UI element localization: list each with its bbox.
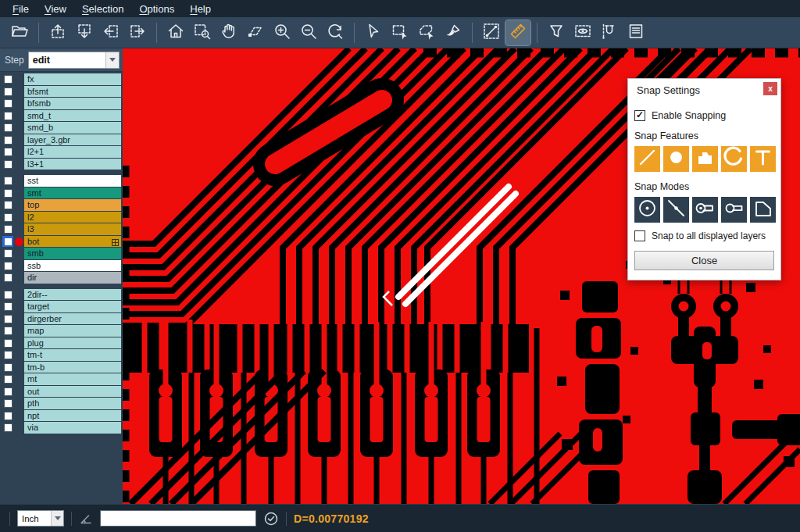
toolbar-button-shift-down[interactable] — [72, 20, 97, 45]
snap-mode-slot-end-left-button[interactable] — [721, 197, 747, 223]
snap-all-layers-checkbox[interactable] — [634, 230, 645, 241]
toolbar-button-measure-line[interactable] — [479, 20, 504, 45]
layer-visibility-checkbox[interactable] — [2, 200, 13, 211]
layer-visibility-checkbox[interactable] — [2, 273, 13, 284]
layer-name[interactable]: smb — [24, 248, 121, 259]
toolbar-button-zoom-in[interactable] — [270, 20, 295, 45]
layer-name[interactable]: smd_t — [24, 110, 121, 122]
menu-item-selection[interactable]: Selection — [74, 2, 131, 16]
toolbar-button-select-rectangle[interactable] — [388, 20, 412, 45]
layer-visibility-checkbox[interactable] — [2, 159, 13, 170]
menu-item-view[interactable]: View — [37, 2, 74, 16]
unit-dropdown[interactable]: Inch — [17, 510, 64, 527]
layer-row-bfsmb[interactable]: bfsmb — [0, 98, 123, 109]
layer-name[interactable]: smd_b — [24, 122, 121, 134]
toolbar-button-open-folder[interactable] — [7, 20, 32, 45]
close-button[interactable]: Close — [634, 251, 774, 270]
layer-visibility-checkbox[interactable] — [2, 350, 13, 361]
toolbar-button-select-brush[interactable] — [441, 20, 466, 45]
layer-row-smd_b[interactable]: smd_b — [0, 122, 123, 134]
layer-row-dir[interactable]: dir — [0, 272, 123, 284]
toolbar-button-zoom-reset[interactable] — [323, 20, 348, 45]
layer-row-tm-b[interactable]: tm-b — [0, 362, 123, 373]
layer-visibility-checkbox[interactable] — [2, 423, 13, 434]
layer-row-l3+1[interactable]: l3+1 — [0, 159, 123, 170]
layer-name[interactable]: out — [24, 386, 121, 398]
layer-name[interactable]: pth — [24, 398, 121, 409]
layer-row-bfsmt[interactable]: bfsmt — [0, 86, 123, 98]
layer-row-tm-t[interactable]: tm-t — [0, 349, 123, 361]
layer-name[interactable]: sst — [24, 175, 121, 187]
toolbar-button-zoom-out[interactable] — [296, 20, 321, 45]
layer-row-fx[interactable]: fx — [0, 73, 123, 85]
layer-row-2dir--[interactable]: 2dir-- — [0, 289, 123, 301]
grid-icon[interactable] — [112, 237, 119, 245]
layer-visibility-checkbox[interactable] — [2, 123, 13, 134]
layer-row-target[interactable]: target — [0, 301, 123, 312]
measure-input[interactable] — [100, 510, 256, 527]
apply-icon[interactable] — [263, 511, 279, 527]
layer-visibility-checkbox[interactable] — [2, 313, 13, 324]
toolbar-button-snap-magnet[interactable] — [597, 20, 622, 45]
layer-row-out[interactable]: out — [0, 386, 123, 398]
layer-name[interactable]: fx — [24, 73, 121, 85]
layer-name[interactable]: bfsmb — [24, 98, 121, 109]
layer-visibility-checkbox[interactable] — [2, 98, 13, 109]
toolbar-button-measure-ruler[interactable] — [505, 20, 530, 45]
snap-mode-point-on-line-button[interactable] — [663, 197, 689, 223]
layer-row-layer_3.gbr[interactable]: layer_3.gbr — [0, 134, 123, 146]
layer-visibility-checkbox[interactable] — [2, 302, 13, 312]
layer-name[interactable]: smt — [24, 187, 121, 199]
layer-name[interactable]: l3 — [24, 223, 121, 235]
layer-name[interactable]: l2+1 — [24, 146, 121, 158]
layer-name[interactable]: bot — [24, 236, 121, 248]
layer-visibility-checkbox[interactable] — [2, 147, 13, 158]
layer-visibility-checkbox[interactable] — [2, 236, 13, 247]
snap-mode-slot-end-right-button[interactable] — [692, 197, 718, 223]
layer-visibility-checkbox[interactable] — [2, 289, 13, 300]
layer-visibility-checkbox[interactable] — [2, 410, 13, 421]
layer-name[interactable]: top — [24, 199, 121, 211]
layer-row-l3[interactable]: l3 — [0, 223, 123, 235]
snap-feature-surface-button[interactable] — [692, 146, 718, 172]
layer-row-l2+1[interactable]: l2+1 — [0, 146, 123, 158]
layer-name[interactable]: 2dir-- — [24, 289, 121, 301]
toolbar-button-view-options[interactable] — [570, 20, 595, 45]
menu-item-options[interactable]: Options — [131, 2, 182, 16]
layer-visibility-checkbox[interactable] — [2, 362, 13, 373]
layer-name[interactable]: plug — [24, 337, 121, 349]
layer-name[interactable]: mt — [24, 373, 121, 385]
layer-row-mt[interactable]: mt — [0, 373, 123, 385]
layer-row-plug[interactable]: plug — [0, 337, 123, 349]
layer-name[interactable]: tm-b — [24, 362, 121, 373]
toolbar-button-select-cursor[interactable] — [361, 20, 386, 45]
layer-visibility-checkbox[interactable] — [2, 386, 13, 397]
layer-visibility-checkbox[interactable] — [2, 134, 13, 145]
layer-visibility-checkbox[interactable] — [2, 326, 13, 337]
layer-visibility-checkbox[interactable] — [2, 110, 13, 121]
snap-feature-pad-button[interactable] — [663, 146, 689, 172]
layer-row-pth[interactable]: pth — [0, 398, 123, 409]
layer-name[interactable]: ssb — [24, 260, 121, 272]
layer-visibility-checkbox[interactable] — [2, 260, 13, 271]
close-icon[interactable]: x — [763, 82, 777, 95]
layer-visibility-checkbox[interactable] — [2, 86, 13, 97]
layer-row-smt[interactable]: smt — [0, 187, 123, 199]
menu-item-help[interactable]: Help — [182, 2, 219, 16]
toolbar-button-shift-left[interactable] — [98, 20, 123, 45]
layer-name[interactable]: npt — [24, 410, 121, 422]
layer-name[interactable]: l2 — [24, 212, 121, 223]
layer-row-sst[interactable]: sst — [0, 175, 123, 187]
step-dropdown[interactable]: edit — [28, 52, 120, 69]
layer-visibility-checkbox[interactable] — [2, 224, 13, 235]
layer-visibility-checkbox[interactable] — [2, 176, 13, 187]
toolbar-button-shift-right[interactable] — [125, 20, 150, 45]
toolbar-button-home-view[interactable] — [163, 20, 188, 45]
dialog-title-bar[interactable]: Snap Settings x — [628, 79, 780, 101]
layer-name[interactable]: tm-t — [24, 349, 121, 361]
toolbar-button-filter[interactable] — [544, 20, 569, 45]
toolbar-button-select-polygon[interactable] — [414, 20, 439, 45]
snap-feature-arc-button[interactable] — [721, 146, 747, 172]
toolbar-button-layers-panel[interactable] — [623, 20, 648, 45]
toolbar-button-zoom-polygon[interactable] — [243, 20, 268, 45]
